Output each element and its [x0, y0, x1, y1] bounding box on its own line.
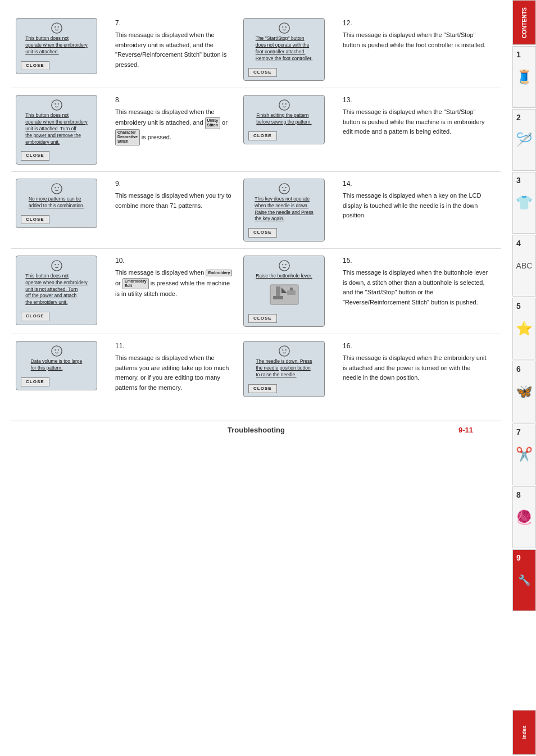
lcd-cell-10: This button does notoperate when the emb…: [11, 253, 110, 329]
lcd-box-8: This button does notoperate when the emb…: [16, 95, 97, 165]
msg-desc-10: This message is displayed when Embroider…: [115, 268, 233, 299]
sidebar-tab-4[interactable]: 4 ABC: [512, 235, 536, 297]
sidebar-tab-1[interactable]: 1 🧵: [512, 46, 536, 108]
page-number: 9-11: [458, 426, 473, 434]
msg-num-13: 13.: [343, 95, 489, 106]
close-btn-9[interactable]: CLOSE: [21, 215, 49, 224]
close-btn-15[interactable]: CLOSE: [248, 314, 277, 323]
close-btn-16[interactable]: CLOSE: [248, 384, 277, 393]
svg-point-10: [282, 103, 283, 104]
lcd-cell-7: This button does notoperate when the emb…: [11, 16, 110, 83]
close-btn-7[interactable]: CLOSE: [21, 61, 49, 70]
desc-cell-11: 11. This message is displayed when the p…: [110, 339, 239, 399]
svg-point-14: [57, 187, 58, 188]
lcd-cell-11: Data volume is too largefor this pattern…: [11, 339, 110, 399]
lcd-box-9: No more patterns can beadded to this com…: [16, 179, 97, 228]
close-btn-10[interactable]: CLOSE: [21, 312, 49, 321]
contents-label: CONTENTS: [521, 7, 528, 38]
lcd-box-10: This button does notoperate when the emb…: [16, 256, 97, 325]
svg-point-17: [285, 187, 286, 188]
svg-rect-26: [273, 296, 283, 299]
svg-point-19: [54, 264, 56, 265]
lcd-cell-8: This button does notoperate when the emb…: [11, 93, 110, 167]
msg-desc-7: This message is displayed when the embro…: [115, 30, 233, 70]
msg-desc-11: This message is displayed when the patte…: [115, 353, 233, 393]
tab-num-2: 2: [516, 113, 521, 122]
tab-num-3: 3: [516, 176, 521, 185]
svg-rect-29: [290, 288, 293, 290]
close-btn-8[interactable]: CLOSE: [21, 151, 49, 160]
msg-num-10: 10.: [115, 256, 233, 266]
char-stitch-chip: CharacterDecorativeStitch: [115, 129, 140, 145]
embroidery-chip: Embroidery: [206, 270, 232, 276]
sidebar-tab-3[interactable]: 3 👕: [512, 172, 536, 234]
msg-num-16: 16.: [343, 341, 489, 352]
close-btn-14[interactable]: CLOSE: [248, 228, 277, 237]
row-10-15: This button does notoperate when the emb…: [11, 249, 501, 334]
sidebar-tab-contents[interactable]: CONTENTS: [512, 0, 536, 45]
sidebar-tab-6[interactable]: 6 🦋: [512, 361, 536, 422]
lcd-face-icon-9: [51, 183, 63, 195]
svg-point-15: [279, 184, 289, 194]
sidebar-tab-2[interactable]: 2 🪡: [512, 109, 536, 171]
close-btn-12[interactable]: CLOSE: [248, 68, 277, 77]
lcd-face-icon-13: [278, 99, 290, 111]
utility-stitch-chip: UtilityStitch: [205, 117, 220, 129]
msg-num-9: 9.: [115, 179, 233, 189]
lcd-face-icon-15: [278, 259, 290, 272]
msg-num-7: 7.: [115, 18, 233, 29]
tab-num-8: 8: [516, 490, 521, 499]
tab-num-6: 6: [516, 365, 521, 374]
lcd-cell-14: This key does not operatewhen the needle…: [239, 176, 337, 244]
desc-cell-14: 14. This message is displayed when a key…: [337, 176, 494, 244]
desc-cell-12: 12. This message is displayed when the "…: [337, 16, 494, 83]
lcd-box-14: This key does not operatewhen the needle…: [243, 179, 325, 242]
svg-point-6: [51, 100, 61, 110]
lcd-box-16: The needle is down. Pressthe needle posi…: [243, 341, 325, 397]
svg-point-23: [285, 264, 286, 265]
svg-point-2: [57, 26, 58, 28]
msg-desc-14: This message is displayed when a key on …: [343, 191, 489, 221]
close-btn-11[interactable]: CLOSE: [21, 377, 49, 386]
sidebar-tab-index[interactable]: Index: [512, 710, 536, 755]
svg-point-13: [54, 187, 56, 188]
svg-rect-28: [287, 290, 296, 295]
row-11-16: Data volume is too largefor this pattern…: [11, 334, 501, 404]
buttonhole-lever-svg: [267, 282, 301, 307]
svg-point-20: [57, 264, 58, 265]
svg-point-33: [279, 346, 289, 356]
lcd-face-icon-12: [278, 22, 290, 34]
lcd-box-12: The "Start/Stop" buttondoes not operate …: [243, 18, 325, 81]
desc-cell-16: 16. This message is displayed when the e…: [337, 339, 494, 399]
main-content: This button does notoperate when the emb…: [0, 0, 512, 457]
lcd-face-icon-8: [51, 99, 63, 111]
row-7-12: This button does notoperate when the emb…: [11, 11, 501, 88]
lcd-face-icon-14: [278, 183, 290, 195]
svg-point-22: [282, 264, 283, 265]
lcd-cell-9: No more patterns can beadded to this com…: [11, 176, 110, 244]
svg-point-18: [51, 261, 61, 271]
close-btn-13[interactable]: CLOSE: [248, 131, 277, 140]
sidebar-tab-5[interactable]: 5 ⭐: [512, 298, 536, 359]
svg-point-21: [279, 261, 289, 271]
buttonhole-illustration: [267, 282, 301, 307]
page-footer: Troubleshooting 9-11: [11, 421, 501, 434]
sidebar-tab-7[interactable]: 7 ✂️: [512, 423, 536, 485]
svg-point-1: [54, 26, 56, 28]
sidebar-tab-8[interactable]: 8 🧶: [512, 486, 536, 548]
msg-desc-12: This message is displayed when the "Star…: [343, 30, 489, 50]
svg-point-0: [51, 23, 61, 33]
svg-point-4: [282, 26, 283, 28]
lcd-cell-15: Raise the buttonhole lever. CLOSE: [239, 253, 337, 329]
msg-num-11: 11.: [115, 341, 233, 352]
sidebar-tab-9[interactable]: 9 🔧: [512, 549, 536, 611]
desc-cell-9: 9. This message is displayed when you tr…: [110, 176, 239, 244]
msg-desc-15: This message is displayed when the butto…: [343, 268, 489, 307]
msg-num-14: 14.: [343, 179, 489, 189]
desc-cell-7: 7. This message is displayed when the em…: [110, 16, 239, 83]
svg-point-30: [51, 346, 61, 356]
lcd-cell-13: Finish editing the patternbefore sewing …: [239, 93, 337, 167]
index-label: Index: [521, 726, 527, 739]
right-sidebar: CONTENTS 1 🧵 2 🪡 3 👕 4 ABC 5 ⭐ 6 🦋 7 ✂️ …: [512, 0, 536, 756]
svg-point-9: [279, 100, 289, 110]
